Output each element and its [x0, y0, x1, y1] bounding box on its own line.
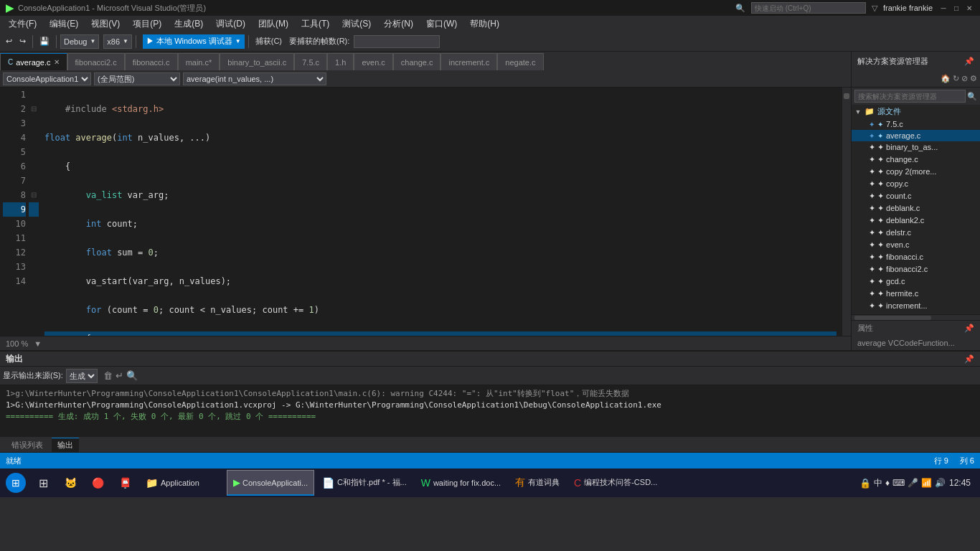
tree-file-deblank[interactable]: ✦ ✦ deblank.c: [852, 202, 980, 215]
tab-increment-c[interactable]: increment.c: [440, 53, 497, 70]
taskbar-app-csdn[interactable]: C 编程技术问答-CSD...: [567, 470, 664, 496]
tab-average-c[interactable]: C average.c ✕: [0, 53, 67, 70]
status-ready: 就绪: [6, 456, 22, 465]
sys-icon-mic[interactable]: 🎤: [908, 478, 918, 488]
minimize-button[interactable]: ─: [938, 3, 948, 13]
se-pin-icon[interactable]: 📌: [964, 57, 974, 66]
menu-test[interactable]: 测试(S): [336, 17, 377, 32]
tree-file-increment[interactable]: ✦ ✦ increment...: [852, 300, 980, 312]
tab-error-list[interactable]: 错误列表: [6, 438, 49, 452]
start-button[interactable]: ⊞: [3, 470, 29, 496]
sys-icon-lock[interactable]: 🔒: [859, 478, 871, 489]
collapse-1-icon[interactable]: ⊟: [29, 102, 39, 116]
tree-file-delstr[interactable]: ✦ ✦ delstr.c: [852, 227, 980, 239]
tab-binary-to-ascii[interactable]: binary_to_ascii.c: [220, 53, 294, 70]
tree-file-fibonacci[interactable]: ✦ ✦ fibonacci.c: [852, 251, 980, 263]
tree-file-binary[interactable]: ✦ ✦ binary_to_as...: [852, 141, 980, 154]
tree-file-deblank2[interactable]: ✦ ✦ deblank2.c: [852, 215, 980, 227]
save-button[interactable]: 💾: [37, 35, 52, 47]
collapse-2-icon[interactable]: ⊟: [29, 188, 39, 202]
se-filter-icon[interactable]: ⊘: [961, 74, 968, 83]
redo-button[interactable]: ↪: [17, 35, 29, 47]
maximize-button[interactable]: □: [951, 3, 961, 13]
tree-file-copy[interactable]: ✦ ✦ copy.c: [852, 178, 980, 190]
undo-button[interactable]: ↩: [3, 35, 15, 47]
tab-output[interactable]: 输出: [52, 438, 79, 452]
se-search-input[interactable]: [854, 90, 966, 103]
se-sync-icon[interactable]: ↻: [953, 74, 959, 83]
se-home-icon[interactable]: 🏠: [941, 74, 951, 83]
se-search-icon[interactable]: 🔍: [967, 92, 977, 101]
output-source-select[interactable]: 生成: [66, 369, 98, 383]
taskbar-app-pdf[interactable]: 📄 C和指针.pdf * - 福...: [316, 470, 413, 496]
output-header: 输出 📌: [0, 351, 980, 367]
tree-file-7-5[interactable]: ✦ ✦ 7.5.c: [852, 118, 980, 130]
menu-help[interactable]: 帮助(H): [464, 17, 505, 32]
scope-selector[interactable]: (全局范围): [94, 72, 180, 85]
output-clear-icon[interactable]: 🗑: [103, 370, 113, 381]
tab-7-5-c[interactable]: 7.5.c: [294, 53, 327, 70]
main-area: ConsoleApplication1 (全局范围) average(int n…: [0, 70, 980, 350]
file-selector[interactable]: ConsoleApplication1: [3, 72, 91, 85]
tab-fibonacci-c[interactable]: fibonacci.c: [125, 53, 178, 70]
taskbar-app-application[interactable]: 📁 Application: [139, 470, 225, 496]
menu-view[interactable]: 视图(V): [85, 17, 126, 32]
function-selector[interactable]: average(int n_values, ...): [183, 72, 326, 85]
tree-file-hermite[interactable]: ✦ ✦ hermite.c: [852, 288, 980, 300]
output-find-icon[interactable]: 🔍: [126, 370, 138, 381]
se-settings-icon[interactable]: ⚙: [970, 74, 977, 83]
run-button[interactable]: ▶ 本地 Windows 调试器 ▼: [143, 34, 245, 49]
menu-window[interactable]: 窗口(W): [420, 17, 463, 32]
output-wrap-icon[interactable]: ↵: [116, 370, 123, 381]
menu-edit[interactable]: 编辑(E): [44, 17, 84, 32]
tab-1-h[interactable]: 1.h: [327, 53, 354, 70]
taskbar-icon-1[interactable]: ⊞: [30, 470, 56, 496]
menu-project[interactable]: 项目(P): [127, 17, 167, 32]
close-button[interactable]: ✕: [964, 3, 974, 13]
tab-even-c[interactable]: even.c: [354, 53, 392, 70]
tree-solution-item[interactable]: ▼ 📁 源文件: [852, 105, 980, 118]
tree-file-average[interactable]: ✦ ✦ average.c: [852, 130, 980, 141]
tab-negate-c[interactable]: negate.c: [497, 53, 543, 70]
code-content[interactable]: #include <stdarg.h> float average(int n_…: [39, 88, 842, 336]
menu-build[interactable]: 生成(B): [169, 17, 209, 32]
config-dropdown[interactable]: Debug ▼: [60, 34, 99, 49]
output-pin-icon[interactable]: 📌: [964, 354, 974, 364]
taskbar-icon-2[interactable]: 🐱: [57, 470, 83, 496]
taskbar-app-vs[interactable]: ▶ ConsoleApplicati...: [227, 470, 314, 496]
sys-icon-diamond[interactable]: ♦: [885, 478, 890, 488]
properties-pin-icon[interactable]: 📌: [964, 324, 974, 333]
taskbar-app-youdao[interactable]: 有 有道词典: [509, 470, 566, 496]
menu-file[interactable]: 文件(F): [3, 17, 42, 32]
sys-icon-volume[interactable]: 🔊: [935, 478, 946, 488]
tab-main-c[interactable]: main.c*: [178, 53, 220, 70]
code-line-2: float average(int n_values, ...): [44, 131, 837, 145]
tree-file-count[interactable]: ✦ ✦ count.c: [852, 190, 980, 202]
menu-team[interactable]: 团队(M): [253, 17, 294, 32]
taskbar-icon-4[interactable]: 📮: [112, 470, 138, 496]
tab-fibonacci2-c[interactable]: fibonacci2.c: [67, 53, 125, 70]
tab-change-c[interactable]: change.c: [393, 53, 441, 70]
solution-icon: 📁: [864, 107, 875, 116]
tree-file-copy2[interactable]: ✦ ✦ copy 2(more...: [852, 166, 980, 178]
quick-launch-input[interactable]: [751, 2, 866, 14]
capture-func-input[interactable]: [354, 35, 440, 48]
tree-file-even[interactable]: ✦ ✦ even.c: [852, 239, 980, 251]
sys-icon-cn[interactable]: 中: [874, 477, 882, 489]
menu-analyze[interactable]: 分析(N): [378, 17, 419, 32]
search-icon: 🔍: [735, 4, 745, 13]
sys-icon-network[interactable]: 📶: [921, 478, 932, 488]
taskbar-icon-3[interactable]: 🔴: [85, 470, 110, 496]
menu-tools[interactable]: 工具(T): [296, 17, 335, 32]
zoom-down-icon[interactable]: ▼: [34, 339, 42, 348]
tree-file-gcd[interactable]: ✦ ✦ gcd.c: [852, 276, 980, 288]
sys-icon-keyboard[interactable]: ⌨: [892, 478, 905, 488]
menu-debug[interactable]: 调试(D): [210, 17, 251, 32]
tree-file-fibonacci2[interactable]: ✦ ✦ fibonacci2.c: [852, 263, 980, 276]
output-toolbar: 显示输出来源(S): 生成 🗑 ↵ 🔍: [0, 367, 980, 385]
tab-close-average-c[interactable]: ✕: [54, 58, 60, 66]
taskbar-app-word[interactable]: W waiting for fix.doc...: [415, 470, 507, 496]
tree-file-change[interactable]: ✦ ✦ change.c: [852, 154, 980, 166]
editor-scrollbar[interactable]: [842, 88, 851, 336]
platform-dropdown[interactable]: x86 ▼: [103, 34, 132, 49]
